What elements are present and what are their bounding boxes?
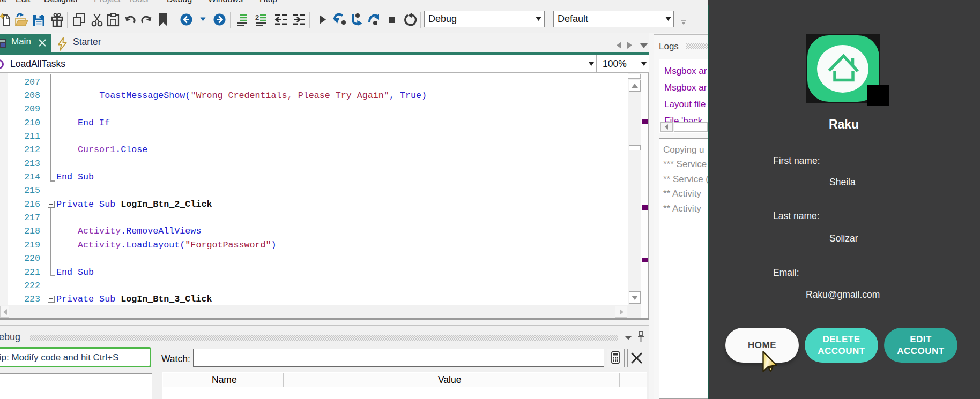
svg-text:2: 2 bbox=[255, 13, 259, 21]
